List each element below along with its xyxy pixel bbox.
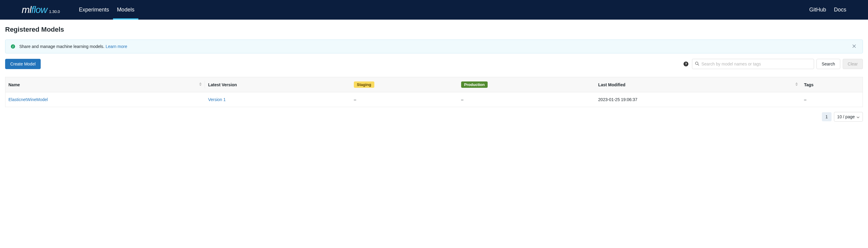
clear-button[interactable]: Clear [843,59,863,69]
main: Registered Models i Share and manage mac… [0,20,868,128]
col-name[interactable]: Name [5,77,205,92]
info-banner: i Share and manage machine learning mode… [5,39,863,53]
model-name-link[interactable]: ElasticnetWineModel [8,97,48,102]
nav-models[interactable]: Models [113,0,138,20]
models-table: Name Latest Version Staging Production L [5,77,863,107]
logo-version: 1.30.0 [49,9,60,14]
col-last-modified[interactable]: Last Modified [595,77,801,92]
pagination: 1 10 / page [5,112,863,121]
cell-tags: – [804,97,807,102]
toolbar: Create Model ? Search Clear [5,59,863,69]
nav-right: GitHub Docs [809,7,846,13]
toolbar-right: ? Search Clear [684,59,863,69]
production-badge: Production [461,81,488,88]
sort-icon[interactable] [199,82,202,86]
nav: Experiments Models [75,0,138,20]
page-title: Registered Models [5,26,863,33]
cell-staging: – [354,97,356,102]
logo[interactable]: mlflow 1.30.0 [22,4,60,16]
cell-last-modified: 2023-01-25 19:06:37 [598,97,638,102]
create-model-button[interactable]: Create Model [5,59,41,69]
staging-badge: Staging [354,81,374,88]
logo-flow: flow [31,4,47,15]
logo-ml: ml [22,4,31,15]
cell-production: – [461,97,464,102]
search-button[interactable]: Search [816,59,840,69]
table-row: ElasticnetWineModel Version 1 – – 2023-0… [5,92,863,107]
col-staging: Staging [351,77,458,92]
header: mlflow 1.30.0 Experiments Models GitHub … [0,0,868,20]
info-text: Share and manage machine learning models… [19,44,127,49]
banner-learn-more-link[interactable]: Learn more [105,44,127,49]
chevron-down-icon [857,114,860,119]
col-latest-version: Latest Version [205,77,351,92]
page-size-selector[interactable]: 10 / page [834,112,863,121]
close-icon[interactable] [851,44,857,49]
search-wrapper [692,59,814,69]
search-input[interactable] [692,59,814,69]
banner-text: Share and manage machine learning models… [19,44,105,49]
table-header-row: Name Latest Version Staging Production L [5,77,863,92]
col-tags: Tags [801,77,863,92]
nav-experiments[interactable]: Experiments [75,0,113,20]
nav-github[interactable]: GitHub [809,7,826,13]
help-icon[interactable]: ? [684,61,688,66]
page-number[interactable]: 1 [822,112,832,121]
page-size-label: 10 / page [837,114,855,119]
info-icon: i [11,44,15,49]
model-version-link[interactable]: Version 1 [208,97,225,102]
sort-icon[interactable] [795,82,798,86]
col-production: Production [458,77,595,92]
nav-docs[interactable]: Docs [834,7,846,13]
